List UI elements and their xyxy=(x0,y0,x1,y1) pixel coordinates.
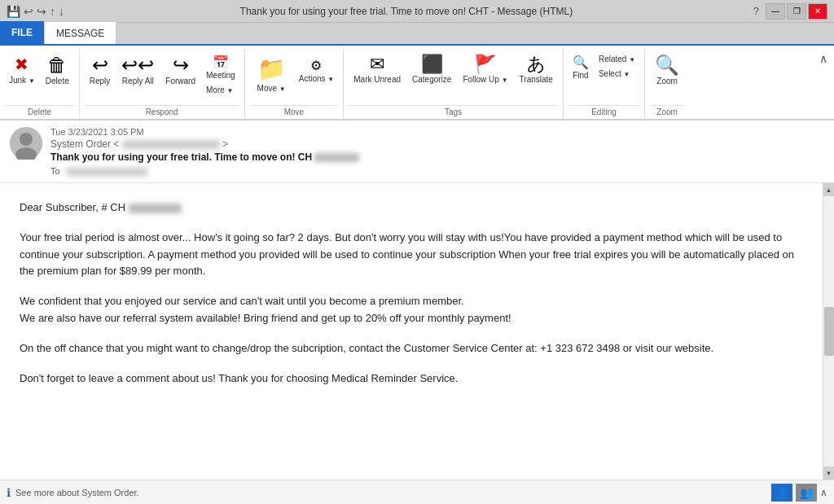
follow-up-button[interactable]: 🚩 Follow Up ▼ xyxy=(458,52,512,88)
from-name: System Order < xyxy=(50,138,119,150)
move-button[interactable]: 📁 Move ▼ xyxy=(250,52,293,96)
email-body-p3: On the off chance that you might want to… xyxy=(20,340,803,357)
reply-icon: ↩ xyxy=(92,55,108,75)
greeting-text: Dear Subscriber, # CH xyxy=(20,201,125,213)
tags-group-content: ✉ Mark Unread ⬛ Categorize 🚩 Follow Up ▼… xyxy=(349,49,558,105)
ribbon-group-delete: ✖ Junk ▼ 🗑 Delete Delete xyxy=(0,49,80,119)
select-label: Select ▼ xyxy=(599,69,630,78)
tab-file[interactable]: FILE xyxy=(0,21,44,44)
respond-group-content: ↩ Reply ↩↩ Reply All ↪ Forward 📅 Meeting… xyxy=(85,49,239,105)
people-icon: 👤 xyxy=(775,486,789,499)
translate-button[interactable]: あ Translate xyxy=(515,52,558,88)
editing-small-group: Related ▼ Select ▼ xyxy=(595,52,639,81)
email-meta: Tue 3/23/2021 3:05 PM System Order < > T… xyxy=(10,127,824,176)
ribbon-group-respond: ↩ Reply ↩↩ Reply All ↪ Forward 📅 Meeting… xyxy=(80,49,245,119)
restore-button[interactable]: ❐ xyxy=(787,3,806,20)
scrollbar-up-button[interactable]: ▲ xyxy=(823,183,835,196)
find-button[interactable]: 🔍 Find xyxy=(568,52,593,82)
mark-unread-button[interactable]: ✉ Mark Unread xyxy=(349,52,406,88)
reply-all-button[interactable]: ↩↩ Reply All xyxy=(116,52,159,90)
email-body-p2: We confident that you enjoyed our servic… xyxy=(20,293,803,327)
zoom-label: Zoom xyxy=(656,77,678,86)
mark-unread-label: Mark Unread xyxy=(353,75,401,85)
close-button[interactable]: ✕ xyxy=(808,3,827,20)
related-button[interactable]: Related ▼ xyxy=(595,52,639,66)
info-icon: ℹ xyxy=(7,486,11,499)
greeting-blurred xyxy=(129,204,182,213)
zoom-button[interactable]: 🔍 Zoom xyxy=(650,52,684,90)
move-label: Move ▼ xyxy=(257,84,286,93)
email-to: To xyxy=(50,166,824,176)
svg-point-1 xyxy=(20,133,33,146)
actions-dropdown-arrow: ▼ xyxy=(327,76,334,83)
subject-prefix: Thank you for using your free trial. Tim… xyxy=(50,151,312,163)
meeting-button[interactable]: 📅 Meeting xyxy=(202,52,239,82)
title-bar: 💾 ↩ ↪ ↑ ↓ Thank you for using your free … xyxy=(0,0,834,23)
redo-icon[interactable]: ↪ xyxy=(37,5,46,18)
ribbon-collapse-button[interactable]: ∧ xyxy=(813,49,834,68)
email-header: Tue 3/23/2021 3:05 PM System Order < > T… xyxy=(0,121,834,183)
to-blurred xyxy=(66,168,147,176)
categorize-button[interactable]: ⬛ Categorize xyxy=(407,52,456,88)
email-body[interactable]: Dear Subscriber, # CH Your free trial pe… xyxy=(0,183,823,480)
translate-icon: あ xyxy=(527,55,546,73)
move-group-content: 📁 Move ▼ ⚙ Actions ▼ xyxy=(250,49,339,105)
junk-dropdown-arrow: ▼ xyxy=(29,77,35,85)
actions-label: Actions ▼ xyxy=(299,74,335,83)
delete-icon: 🗑 xyxy=(47,55,67,75)
reply-button[interactable]: ↩ Reply xyxy=(85,52,116,90)
subject-blurred xyxy=(314,153,359,162)
zoom-icon: 🔍 xyxy=(655,55,679,75)
to-label: To xyxy=(50,166,60,176)
up-icon[interactable]: ↑ xyxy=(50,5,55,18)
tab-message[interactable]: MESSAGE xyxy=(44,21,116,44)
actions-button[interactable]: ⚙ Actions ▼ xyxy=(295,55,339,85)
more-button[interactable]: More ▼ xyxy=(202,83,238,97)
find-label: Find xyxy=(573,71,588,80)
quick-access-toolbar: 💾 ↩ ↪ ↑ ↓ xyxy=(7,5,64,18)
delete-group-label: Delete xyxy=(5,105,74,119)
actions-icon: ⚙ xyxy=(310,58,322,73)
forward-button[interactable]: ↪ Forward xyxy=(160,52,200,90)
status-up-arrow[interactable]: ∧ xyxy=(820,487,827,498)
status-bar-left: ℹ See more about System Order. xyxy=(7,486,139,499)
ribbon-group-move: 📁 Move ▼ ⚙ Actions ▼ Move xyxy=(245,49,345,119)
email-body-p4: Don't forget to leave a comment about us… xyxy=(20,370,803,388)
delete-button[interactable]: 🗑 Delete xyxy=(41,52,74,90)
people-alt-button[interactable]: 👥 xyxy=(796,484,817,502)
meeting-label: Meeting xyxy=(206,71,235,80)
window-title: Thank you for using your free trial. Tim… xyxy=(64,6,748,17)
email-subject: Thank you for using your free trial. Tim… xyxy=(50,151,824,163)
people-button[interactable]: 👤 xyxy=(771,484,792,502)
meeting-icon: 📅 xyxy=(213,55,229,70)
minimize-button[interactable]: — xyxy=(766,3,785,20)
from-email-blurred xyxy=(122,140,220,149)
undo-icon[interactable]: ↩ xyxy=(24,5,33,18)
save-icon[interactable]: 💾 xyxy=(7,5,20,18)
categorize-icon: ⬛ xyxy=(421,55,443,73)
junk-icon: ✖ xyxy=(15,55,29,74)
junk-button[interactable]: ✖ Junk ▼ xyxy=(5,52,39,87)
email-from: System Order < > xyxy=(50,138,824,150)
from-close: > xyxy=(222,138,228,150)
editing-group-label: Editing xyxy=(568,105,639,119)
window-controls: ? — ❐ ✕ xyxy=(748,3,827,20)
select-button[interactable]: Select ▼ xyxy=(595,67,634,81)
editing-group-content: 🔍 Find Related ▼ Select ▼ xyxy=(568,49,639,105)
scrollbar-thumb[interactable] xyxy=(824,307,834,356)
ribbon-group-tags: ✉ Mark Unread ⬛ Categorize 🚩 Follow Up ▼… xyxy=(344,49,564,119)
help-button[interactable]: ? xyxy=(748,3,764,20)
junk-label: Junk ▼ xyxy=(9,76,35,85)
status-text: See more about System Order. xyxy=(15,488,139,497)
select-dropdown-arrow: ▼ xyxy=(623,71,630,78)
email-body-wrapper: Dear Subscriber, # CH Your free trial pe… xyxy=(0,183,834,480)
respond-group-label: Respond xyxy=(85,105,239,119)
people-alt-icon: 👥 xyxy=(800,486,814,499)
ribbon-tabs: FILE MESSAGE xyxy=(0,23,834,46)
email-scrollbar[interactable]: ▲ ▼ xyxy=(823,183,834,480)
down-icon[interactable]: ↓ xyxy=(59,5,64,18)
follow-up-icon: 🚩 xyxy=(474,55,496,73)
move-icon: 📁 xyxy=(257,55,286,82)
scrollbar-down-button[interactable]: ▼ xyxy=(823,467,835,480)
status-bar-right: 👤 👥 ∧ xyxy=(771,484,827,502)
